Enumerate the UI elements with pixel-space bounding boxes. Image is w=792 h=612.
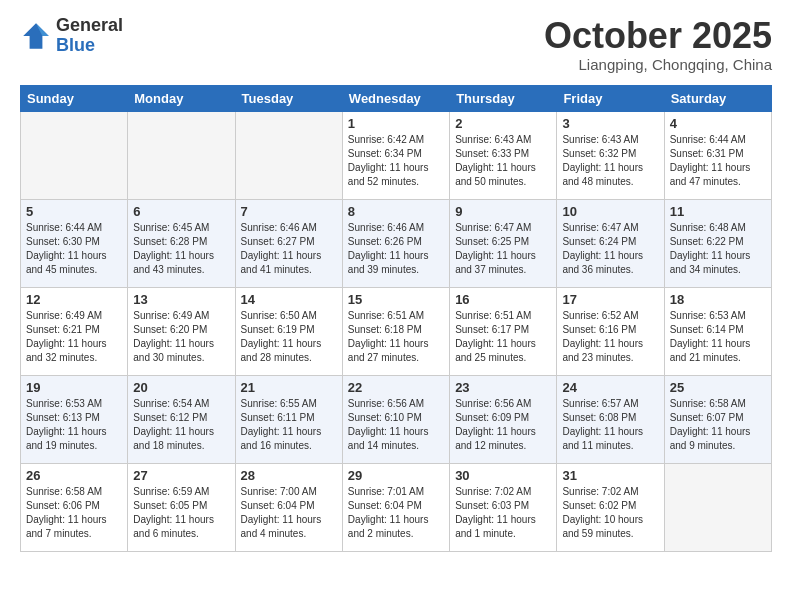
location-subtitle: Liangping, Chongqing, China (544, 56, 772, 73)
day-info: Sunrise: 6:46 AMSunset: 6:27 PMDaylight:… (241, 221, 337, 277)
day-number: 26 (26, 468, 122, 483)
day-info: Sunrise: 6:43 AMSunset: 6:32 PMDaylight:… (562, 133, 658, 189)
day-number: 5 (26, 204, 122, 219)
day-number: 12 (26, 292, 122, 307)
day-info: Sunrise: 7:00 AMSunset: 6:04 PMDaylight:… (241, 485, 337, 541)
calendar-cell: 4Sunrise: 6:44 AMSunset: 6:31 PMDaylight… (664, 111, 771, 199)
day-number: 11 (670, 204, 766, 219)
calendar-cell: 1Sunrise: 6:42 AMSunset: 6:34 PMDaylight… (342, 111, 449, 199)
day-number: 1 (348, 116, 444, 131)
weekday-header-row: Sunday Monday Tuesday Wednesday Thursday… (21, 85, 772, 111)
calendar-week-row: 12Sunrise: 6:49 AMSunset: 6:21 PMDayligh… (21, 287, 772, 375)
calendar-cell: 29Sunrise: 7:01 AMSunset: 6:04 PMDayligh… (342, 463, 449, 551)
calendar-cell: 31Sunrise: 7:02 AMSunset: 6:02 PMDayligh… (557, 463, 664, 551)
day-number: 8 (348, 204, 444, 219)
calendar-cell: 16Sunrise: 6:51 AMSunset: 6:17 PMDayligh… (450, 287, 557, 375)
calendar-cell: 30Sunrise: 7:02 AMSunset: 6:03 PMDayligh… (450, 463, 557, 551)
day-number: 4 (670, 116, 766, 131)
day-info: Sunrise: 6:57 AMSunset: 6:08 PMDaylight:… (562, 397, 658, 453)
calendar-cell: 25Sunrise: 6:58 AMSunset: 6:07 PMDayligh… (664, 375, 771, 463)
logo: General Blue (20, 16, 123, 56)
day-info: Sunrise: 6:44 AMSunset: 6:30 PMDaylight:… (26, 221, 122, 277)
header-tuesday: Tuesday (235, 85, 342, 111)
day-number: 30 (455, 468, 551, 483)
logo-general-text: General (56, 16, 123, 36)
day-info: Sunrise: 6:42 AMSunset: 6:34 PMDaylight:… (348, 133, 444, 189)
day-number: 22 (348, 380, 444, 395)
calendar-cell (128, 111, 235, 199)
day-info: Sunrise: 6:47 AMSunset: 6:24 PMDaylight:… (562, 221, 658, 277)
calendar-cell: 5Sunrise: 6:44 AMSunset: 6:30 PMDaylight… (21, 199, 128, 287)
calendar-cell: 28Sunrise: 7:00 AMSunset: 6:04 PMDayligh… (235, 463, 342, 551)
day-number: 2 (455, 116, 551, 131)
day-number: 29 (348, 468, 444, 483)
calendar-cell: 8Sunrise: 6:46 AMSunset: 6:26 PMDaylight… (342, 199, 449, 287)
day-number: 16 (455, 292, 551, 307)
day-number: 24 (562, 380, 658, 395)
header-friday: Friday (557, 85, 664, 111)
calendar-cell (235, 111, 342, 199)
logo-icon (20, 20, 52, 52)
day-info: Sunrise: 6:59 AMSunset: 6:05 PMDaylight:… (133, 485, 229, 541)
calendar-cell: 3Sunrise: 6:43 AMSunset: 6:32 PMDaylight… (557, 111, 664, 199)
calendar-cell: 22Sunrise: 6:56 AMSunset: 6:10 PMDayligh… (342, 375, 449, 463)
day-info: Sunrise: 6:51 AMSunset: 6:18 PMDaylight:… (348, 309, 444, 365)
day-number: 13 (133, 292, 229, 307)
calendar-cell: 9Sunrise: 6:47 AMSunset: 6:25 PMDaylight… (450, 199, 557, 287)
calendar-cell (664, 463, 771, 551)
day-number: 7 (241, 204, 337, 219)
calendar-cell: 26Sunrise: 6:58 AMSunset: 6:06 PMDayligh… (21, 463, 128, 551)
calendar-week-row: 5Sunrise: 6:44 AMSunset: 6:30 PMDaylight… (21, 199, 772, 287)
calendar-cell: 19Sunrise: 6:53 AMSunset: 6:13 PMDayligh… (21, 375, 128, 463)
calendar-cell: 20Sunrise: 6:54 AMSunset: 6:12 PMDayligh… (128, 375, 235, 463)
day-info: Sunrise: 6:45 AMSunset: 6:28 PMDaylight:… (133, 221, 229, 277)
month-title: October 2025 (544, 16, 772, 56)
day-info: Sunrise: 6:56 AMSunset: 6:09 PMDaylight:… (455, 397, 551, 453)
calendar-cell: 11Sunrise: 6:48 AMSunset: 6:22 PMDayligh… (664, 199, 771, 287)
day-number: 9 (455, 204, 551, 219)
day-info: Sunrise: 6:44 AMSunset: 6:31 PMDaylight:… (670, 133, 766, 189)
page: General Blue October 2025 Liangping, Cho… (0, 0, 792, 568)
day-number: 19 (26, 380, 122, 395)
day-info: Sunrise: 6:52 AMSunset: 6:16 PMDaylight:… (562, 309, 658, 365)
header-wednesday: Wednesday (342, 85, 449, 111)
day-info: Sunrise: 6:56 AMSunset: 6:10 PMDaylight:… (348, 397, 444, 453)
day-number: 14 (241, 292, 337, 307)
day-info: Sunrise: 6:58 AMSunset: 6:06 PMDaylight:… (26, 485, 122, 541)
day-number: 23 (455, 380, 551, 395)
calendar-cell: 12Sunrise: 6:49 AMSunset: 6:21 PMDayligh… (21, 287, 128, 375)
day-number: 21 (241, 380, 337, 395)
logo-text: General Blue (56, 16, 123, 56)
header-monday: Monday (128, 85, 235, 111)
header: General Blue October 2025 Liangping, Cho… (20, 16, 772, 73)
calendar-cell: 23Sunrise: 6:56 AMSunset: 6:09 PMDayligh… (450, 375, 557, 463)
calendar-cell: 27Sunrise: 6:59 AMSunset: 6:05 PMDayligh… (128, 463, 235, 551)
calendar-cell: 17Sunrise: 6:52 AMSunset: 6:16 PMDayligh… (557, 287, 664, 375)
calendar-cell: 14Sunrise: 6:50 AMSunset: 6:19 PMDayligh… (235, 287, 342, 375)
title-block: October 2025 Liangping, Chongqing, China (544, 16, 772, 73)
calendar-table: Sunday Monday Tuesday Wednesday Thursday… (20, 85, 772, 552)
header-sunday: Sunday (21, 85, 128, 111)
day-info: Sunrise: 6:48 AMSunset: 6:22 PMDaylight:… (670, 221, 766, 277)
day-info: Sunrise: 7:02 AMSunset: 6:02 PMDaylight:… (562, 485, 658, 541)
day-number: 20 (133, 380, 229, 395)
calendar-week-row: 26Sunrise: 6:58 AMSunset: 6:06 PMDayligh… (21, 463, 772, 551)
day-info: Sunrise: 6:58 AMSunset: 6:07 PMDaylight:… (670, 397, 766, 453)
calendar-cell: 2Sunrise: 6:43 AMSunset: 6:33 PMDaylight… (450, 111, 557, 199)
day-info: Sunrise: 6:43 AMSunset: 6:33 PMDaylight:… (455, 133, 551, 189)
day-number: 3 (562, 116, 658, 131)
day-number: 28 (241, 468, 337, 483)
day-number: 25 (670, 380, 766, 395)
calendar-cell: 6Sunrise: 6:45 AMSunset: 6:28 PMDaylight… (128, 199, 235, 287)
calendar-cell: 24Sunrise: 6:57 AMSunset: 6:08 PMDayligh… (557, 375, 664, 463)
day-info: Sunrise: 6:53 AMSunset: 6:13 PMDaylight:… (26, 397, 122, 453)
day-info: Sunrise: 7:01 AMSunset: 6:04 PMDaylight:… (348, 485, 444, 541)
calendar-cell: 10Sunrise: 6:47 AMSunset: 6:24 PMDayligh… (557, 199, 664, 287)
day-number: 17 (562, 292, 658, 307)
calendar-cell: 18Sunrise: 6:53 AMSunset: 6:14 PMDayligh… (664, 287, 771, 375)
day-number: 31 (562, 468, 658, 483)
day-info: Sunrise: 6:49 AMSunset: 6:21 PMDaylight:… (26, 309, 122, 365)
day-number: 6 (133, 204, 229, 219)
day-info: Sunrise: 6:46 AMSunset: 6:26 PMDaylight:… (348, 221, 444, 277)
header-saturday: Saturday (664, 85, 771, 111)
